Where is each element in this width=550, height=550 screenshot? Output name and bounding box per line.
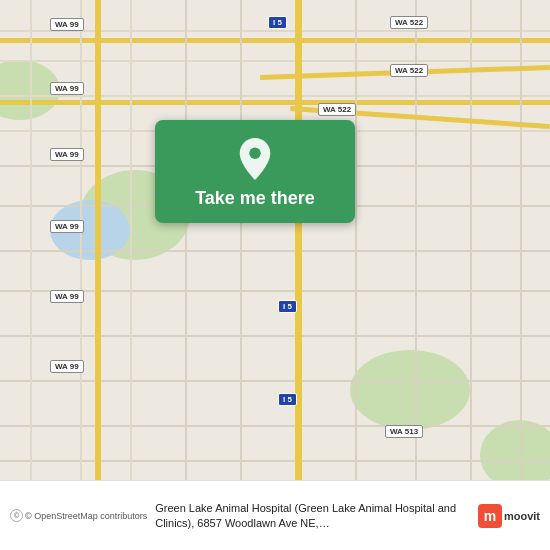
road-h9 <box>0 335 550 337</box>
road-h10 <box>0 380 550 382</box>
road-v4 <box>185 0 187 480</box>
road-v2 <box>80 0 82 480</box>
road-h7 <box>0 250 550 252</box>
osm-attribution: © © OpenStreetMap contributors <box>10 509 147 522</box>
moovit-m-icon: m <box>478 504 502 528</box>
take-me-there-card[interactable]: Take me there <box>155 120 355 223</box>
wa99-shield-2: WA 99 <box>50 82 84 95</box>
wa522-shield-3: WA 522 <box>318 103 356 116</box>
i5-shield-3: I 5 <box>278 393 297 406</box>
road-v5 <box>240 0 242 480</box>
wa522-shield-1: WA 522 <box>390 16 428 29</box>
i5-v <box>295 0 302 480</box>
park-area-3 <box>350 350 470 430</box>
wa99-h1 <box>0 38 550 43</box>
i5-shield-2: I 5 <box>278 300 297 313</box>
location-pin-icon <box>235 136 275 180</box>
wa513-shield: WA 513 <box>385 425 423 438</box>
road-v1 <box>30 0 32 480</box>
bottom-bar: © © OpenStreetMap contributors Green Lak… <box>0 480 550 550</box>
wa99-shield-6: WA 99 <box>50 360 84 373</box>
road-v3 <box>130 0 132 480</box>
take-me-there-label[interactable]: Take me there <box>195 188 315 209</box>
road-h2 <box>0 60 550 62</box>
road-v10 <box>520 0 522 480</box>
copyright-icon: © <box>10 509 23 522</box>
wa99-shield-1: WA 99 <box>50 18 84 31</box>
moovit-label: moovit <box>504 510 540 522</box>
i5-shield-1: I 5 <box>268 16 287 29</box>
svg-point-0 <box>249 147 260 158</box>
wa99-shield-3: WA 99 <box>50 148 84 161</box>
map-container: WA 99 WA 99 WA 99 WA 99 WA 99 WA 99 WA 5… <box>0 0 550 480</box>
moovit-logo: m moovit <box>478 504 540 528</box>
wa99-v <box>95 0 101 480</box>
road-h3 <box>0 95 550 97</box>
place-info: Green Lake Animal Hospital (Green Lake A… <box>155 501 470 530</box>
road-h11 <box>0 425 550 427</box>
wa99-shield-5: WA 99 <box>50 290 84 303</box>
wa99-h2 <box>0 100 550 105</box>
wa99-shield-4: WA 99 <box>50 220 84 233</box>
road-h12 <box>0 460 550 462</box>
osm-text: © OpenStreetMap contributors <box>25 511 147 521</box>
wa522-shield-2: WA 522 <box>390 64 428 77</box>
